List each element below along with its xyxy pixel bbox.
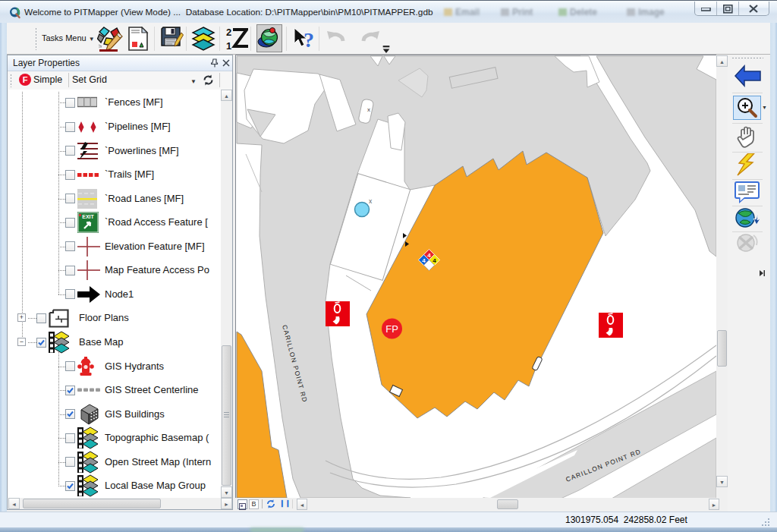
svg-text:EXIT: EXIT [82, 214, 94, 219]
svg-text:?: ? [304, 28, 314, 51]
svg-text:1: 1 [226, 40, 231, 51]
svg-text:4: 4 [433, 257, 436, 264]
svg-text:4: 4 [422, 257, 426, 264]
svg-text:FP: FP [385, 323, 398, 335]
svg-text:x: x [367, 106, 370, 113]
svg-text:2: 2 [226, 27, 231, 38]
svg-text:4: 4 [427, 252, 431, 259]
